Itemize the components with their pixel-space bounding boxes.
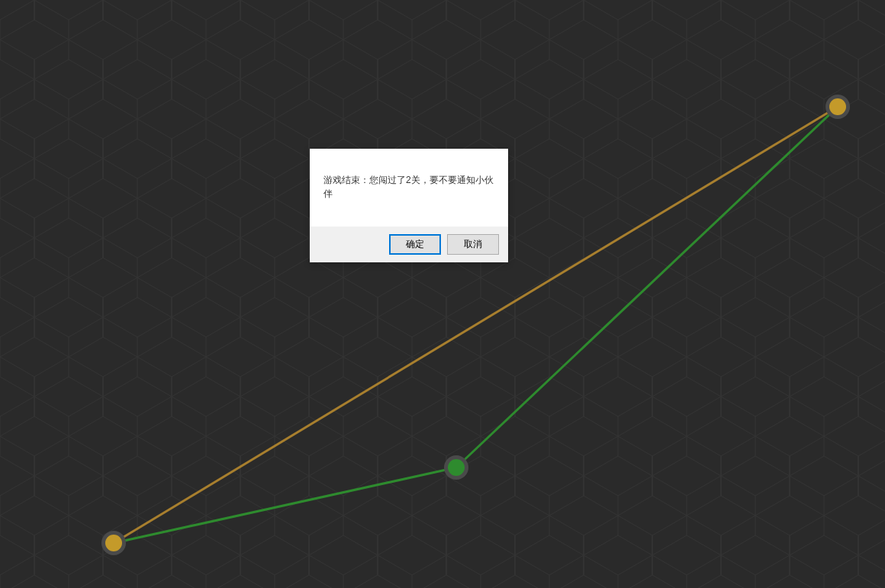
- game-over-dialog: 游戏结束：您闯过了2关，要不要通知小伙伴 确定 取消: [310, 149, 508, 262]
- edge-1: [456, 107, 838, 468]
- game-node-0[interactable]: [825, 95, 850, 119]
- node-core-icon: [448, 459, 465, 476]
- dialog-footer: 确定 取消: [310, 227, 508, 262]
- node-core-icon: [829, 98, 846, 115]
- cancel-button[interactable]: 取消: [447, 234, 499, 255]
- node-core-icon: [105, 535, 122, 551]
- edge-2: [114, 468, 456, 543]
- confirm-button[interactable]: 确定: [389, 234, 441, 255]
- game-canvas[interactable]: [0, 0, 885, 588]
- dialog-message: 游戏结束：您闯过了2关，要不要通知小伙伴: [310, 149, 508, 227]
- game-node-1[interactable]: [444, 455, 468, 480]
- game-node-2[interactable]: [101, 531, 126, 555]
